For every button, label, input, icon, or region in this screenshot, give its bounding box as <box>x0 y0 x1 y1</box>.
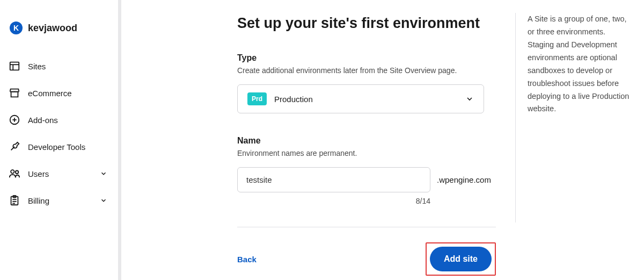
char-counter: 8/14 <box>237 197 430 205</box>
sidebar-item-sites[interactable]: Sites <box>9 60 118 72</box>
sidebar-item-users[interactable]: Users <box>9 168 118 180</box>
name-label: Name <box>237 136 496 146</box>
type-hint: Create additional environments later fro… <box>237 66 496 75</box>
sidebar-item-label: Users <box>28 169 92 178</box>
info-panel: A Site is a group of one, two, or three … <box>515 13 633 222</box>
env-select-value: Production <box>274 95 458 104</box>
name-hint: Environment names are permanent. <box>237 149 496 157</box>
sidebar-item-label: Add-ons <box>28 116 107 125</box>
chevron-down-icon <box>100 197 107 204</box>
users-icon <box>9 168 20 180</box>
type-label: Type <box>237 53 496 63</box>
sidebar-item-billing[interactable]: Billing <box>9 195 118 206</box>
svg-rect-0 <box>10 62 19 70</box>
sidebar-item-label: Developer Tools <box>28 142 107 152</box>
brand-name: kevjawood <box>28 23 77 34</box>
page-title: Set up your site's first environment <box>237 15 496 32</box>
sidebar: K kevjawood Sites eCommerce Add-ons <box>0 0 118 280</box>
back-button[interactable]: Back <box>237 255 257 264</box>
name-section: Name Environment names are permanent. .w… <box>237 136 496 205</box>
brand-logo: K <box>10 21 23 34</box>
footer-rule <box>237 227 496 227</box>
brand-logo-letter: K <box>13 24 19 32</box>
sidebar-item-label: Billing <box>28 196 92 205</box>
storefront-icon <box>9 87 20 99</box>
sidebar-item-label: Sites <box>28 62 107 71</box>
domain-suffix: .wpengine.com <box>437 175 491 184</box>
environment-name-input[interactable] <box>237 167 430 192</box>
plus-circle-icon <box>9 114 20 126</box>
clipboard-icon <box>9 195 20 206</box>
main: Set up your site's first environment Typ… <box>121 0 644 280</box>
environment-type-select[interactable]: Prd Production <box>237 84 484 113</box>
add-site-highlight: Add site <box>426 242 496 276</box>
info-text: A Site is a group of one, two, or three … <box>528 13 630 116</box>
brand: K kevjawood <box>9 21 118 34</box>
name-input-row: .wpengine.com <box>237 167 496 192</box>
sidebar-item-addons[interactable]: Add-ons <box>9 114 118 126</box>
sidebar-item-ecommerce[interactable]: eCommerce <box>9 87 118 99</box>
type-section: Type Create additional environments late… <box>237 53 496 113</box>
add-site-button[interactable]: Add site <box>430 247 492 271</box>
svg-point-7 <box>16 171 19 174</box>
sidebar-item-label: eCommerce <box>28 89 107 98</box>
chevron-down-icon <box>100 170 107 177</box>
sidebar-item-devtools[interactable]: Developer Tools <box>9 141 118 153</box>
chevron-down-icon <box>465 95 474 103</box>
env-badge: Prd <box>247 92 267 105</box>
wrench-icon <box>9 141 20 153</box>
svg-point-6 <box>11 170 14 173</box>
grid-icon <box>9 60 20 72</box>
nav-list: Sites eCommerce Add-ons Developer Tools … <box>9 60 118 206</box>
content: Set up your site's first environment Typ… <box>121 13 515 269</box>
footer-actions: Back Add site <box>237 242 496 276</box>
